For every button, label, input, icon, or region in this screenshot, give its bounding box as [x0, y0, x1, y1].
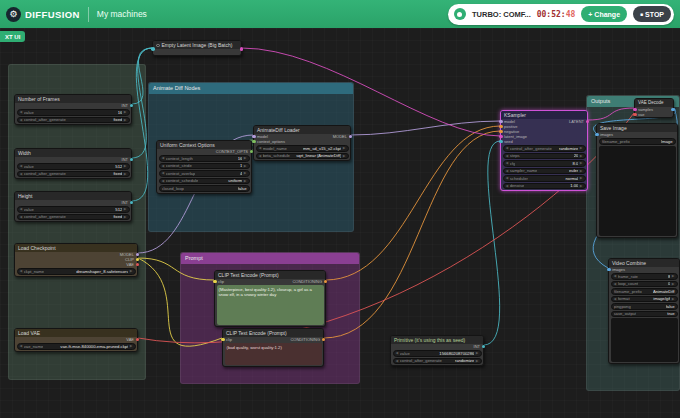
widget-pingpong[interactable]: pingpongfalse — [611, 303, 678, 310]
widget-loop-count[interactable]: loop_count0 — [611, 281, 678, 288]
widget-vae-name[interactable]: vae_namevae-ft-mse-840000-ema-pruned.ckp… — [17, 343, 136, 350]
group-inputs-title[interactable] — [9, 65, 145, 76]
input-port-seed[interactable]: seed — [503, 139, 513, 144]
input-port-vae[interactable]: vae — [637, 112, 644, 117]
widget-scheduler[interactable]: schedulernormal — [503, 175, 586, 182]
next-ui-toggle-button[interactable]: XT UI — [0, 31, 25, 42]
input-port-clip[interactable]: clip — [217, 279, 224, 284]
output-port-int[interactable]: INT — [122, 157, 129, 162]
widget-filename-prefix[interactable]: filename_prefixAnimateDiff — [611, 288, 678, 295]
widget-steps[interactable]: steps20 — [503, 153, 586, 160]
node-empty-latent-image[interactable]: Empty Latent Image (Big Batch) — [152, 40, 242, 56]
stop-button[interactable]: ■ STOP — [633, 6, 671, 22]
input-port[interactable] — [151, 47, 155, 51]
nav-my-machines[interactable]: My machines — [97, 9, 147, 19]
node-title[interactable]: Load VAE — [15, 329, 137, 337]
change-machine-button[interactable]: + Change — [581, 6, 627, 22]
node-title[interactable]: CLIP Text Encode (Prompt) — [223, 329, 323, 337]
node-title[interactable]: Save Image — [597, 124, 677, 132]
output-port-int[interactable]: INT — [474, 344, 481, 349]
output-port-vae[interactable]: VAE — [126, 262, 135, 267]
widget-cfg[interactable]: cfg8.0 — [503, 160, 586, 167]
group-prompt-title[interactable]: Prompt — [181, 253, 359, 264]
node-width[interactable]: Width INT value512 control_after_generat… — [14, 148, 132, 179]
widget-value[interactable]: value156680208700286 — [393, 350, 482, 357]
port-dot-icon — [499, 130, 503, 134]
machine-status-icon — [454, 8, 466, 20]
widget-model-name[interactable]: model_namemm_sd_v15_v2.ckpt — [256, 145, 349, 152]
widget-control-after-generate[interactable]: control_after_generaterandomize — [503, 145, 586, 152]
node-title[interactable]: Load Checkpoint — [15, 244, 137, 252]
widget-context-length[interactable]: context_length16 — [159, 155, 250, 162]
widget-filename-prefix[interactable]: filename_prefixImage — [599, 138, 676, 145]
widget-format[interactable]: formatimage/gif — [611, 296, 678, 303]
collapse-toggle-icon[interactable] — [156, 44, 160, 48]
node-title[interactable]: KSampler — [501, 111, 587, 119]
widget-denoise[interactable]: denoise1.00 — [503, 183, 586, 190]
widget-save-output[interactable]: save_outputtrue — [611, 311, 678, 318]
node-uniform-context-options[interactable]: Uniform Context Options CONTEXT_OPTS con… — [156, 140, 252, 194]
node-height[interactable]: Height INT value512 control_after_genera… — [14, 191, 132, 222]
widget-context-schedule[interactable]: context_scheduleuniform — [159, 178, 250, 185]
output-port-vae[interactable]: VAE — [126, 337, 135, 342]
widget-control-after-generate[interactable]: control_after_generatefixed — [17, 117, 130, 124]
link-model-adloader-ksampler — [351, 121, 500, 135]
node-number-of-frames[interactable]: Number of Frames INT value16 control_aft… — [14, 94, 132, 125]
node-video-combine[interactable]: Video Combine images frame_rate8 loop_co… — [608, 258, 680, 364]
port-dot-icon — [213, 280, 217, 284]
node-save-image[interactable]: Save Image images filename_prefixImage — [596, 123, 678, 238]
output-port-int[interactable]: INT — [122, 200, 129, 205]
node-clip-text-encode-positive[interactable]: CLIP Text Encode (Prompt) clip CONDITION… — [214, 270, 326, 327]
input-port-context-options[interactable]: context_options — [256, 139, 285, 144]
logo-text: DIFFUSION — [25, 9, 80, 20]
port-dot-icon — [252, 140, 256, 144]
output-port-int[interactable]: INT — [122, 103, 129, 108]
node-animatediff-loader[interactable]: AnimateDiff Loader model MODEL context_o… — [253, 125, 351, 161]
node-title[interactable]: Video Combine — [609, 259, 679, 267]
prompt-textarea-positive[interactable]: (Masterpiece, best quality:1.2), closeup… — [217, 285, 324, 325]
node-title[interactable]: Number of Frames — [15, 95, 131, 103]
output-port-model[interactable]: MODEL — [333, 134, 348, 139]
output-port-conditioning[interactable]: CONDITIONING — [290, 337, 321, 342]
output-port-conditioning[interactable]: CONDITIONING — [292, 279, 323, 284]
widget-context-overlap[interactable]: context_overlap4 — [159, 170, 250, 177]
output-port-latent[interactable]: LATENT — [569, 119, 585, 124]
widget-value[interactable]: value512 — [17, 206, 130, 213]
node-graph-canvas[interactable]: XT UI Animate Diff Nodes Prompt Outputs … — [0, 28, 680, 418]
output-port-context[interactable]: CONTEXT_OPTS — [216, 149, 249, 154]
widget-value[interactable]: value16 — [17, 109, 130, 116]
input-port-images[interactable]: images — [599, 132, 613, 137]
widget-ckpt-name[interactable]: ckpt_namedreamshaper_8.safetensors — [17, 268, 136, 275]
output-port-latent[interactable] — [240, 47, 244, 51]
widget-frame-rate[interactable]: frame_rate8 — [611, 273, 678, 280]
prompt-textarea-negative[interactable]: (bad quality, worst quality:1.2) — [225, 343, 322, 365]
node-primitive-seed[interactable]: Primitive (it's using this as seed) INT … — [390, 335, 484, 366]
node-title[interactable]: Empty Latent Image (Big Batch) — [153, 41, 241, 49]
widget-beta-schedule[interactable]: beta_schedulesqrt_linear (AnimateDiff) — [256, 153, 349, 160]
widget-control-after-generate[interactable]: control_after_generatefixed — [17, 214, 130, 221]
node-clip-text-encode-negative[interactable]: CLIP Text Encode (Prompt) clip CONDITION… — [222, 328, 324, 367]
node-ksampler[interactable]: KSampler model LATENT positive negative … — [500, 110, 588, 191]
port-dot-icon — [671, 108, 675, 112]
brand[interactable]: ⚙ DIFFUSION — [6, 7, 80, 22]
node-title[interactable]: Height — [15, 192, 131, 200]
group-animatediff-title[interactable]: Animate Diff Nodes — [149, 83, 353, 94]
node-title[interactable]: VAE Decode — [635, 99, 673, 107]
widget-control-after-generate[interactable]: control_after_generatefixed — [17, 171, 130, 178]
node-title[interactable]: Primitive (it's using this as seed) — [391, 336, 483, 344]
widget-control-after-generate[interactable]: control_after_generaterandomize — [393, 358, 482, 365]
node-title[interactable]: AnimateDiff Loader — [254, 126, 350, 134]
widget-context-stride[interactable]: context_stride1 — [159, 163, 250, 170]
port-dot-icon — [221, 338, 225, 342]
node-title[interactable]: CLIP Text Encode (Prompt) — [215, 271, 325, 279]
widget-sampler-name[interactable]: sampler_nameeuler — [503, 168, 586, 175]
node-vae-decode[interactable]: VAE Decode samples vae — [634, 98, 674, 118]
node-load-checkpoint[interactable]: Load Checkpoint MODEL CLIP VAE ckpt_name… — [14, 243, 138, 277]
node-load-vae[interactable]: Load VAE VAE vae_namevae-ft-mse-840000-e… — [14, 328, 138, 352]
input-port-images[interactable]: images — [611, 267, 625, 272]
input-port-clip[interactable]: clip — [225, 337, 232, 342]
node-title[interactable]: Width — [15, 149, 131, 157]
widget-value[interactable]: value512 — [17, 163, 130, 170]
node-title[interactable]: Uniform Context Options — [157, 141, 251, 149]
widget-closed-loop[interactable]: closed_loopfalse — [159, 185, 250, 192]
